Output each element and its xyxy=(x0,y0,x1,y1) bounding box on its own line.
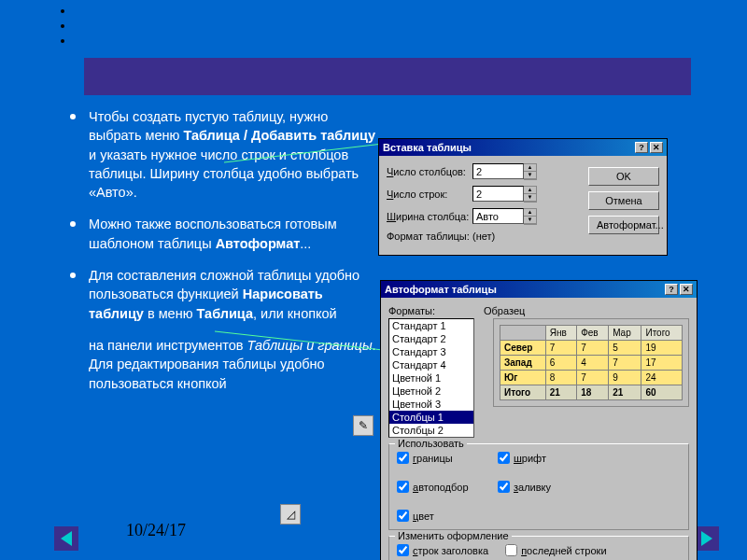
slide-title-band xyxy=(84,58,691,95)
autoformat-dialog: Автоформат таблицы ?✕ Форматы: Стандарт … xyxy=(380,280,698,560)
change-group-title: Изменить оформление xyxy=(395,530,512,541)
b3-a1: в меню xyxy=(144,306,197,321)
close-icon[interactable]: ✕ xyxy=(680,284,693,295)
use-check[interactable]: заливку xyxy=(498,481,582,493)
formats-label: Форматы: xyxy=(388,305,474,316)
insert-table-dialog: Вставка таблицы ?✕ Число столбцов: ▲▼ Чи… xyxy=(378,138,668,256)
cols-spinner[interactable]: ▲▼ xyxy=(524,163,537,180)
use-check[interactable]: шрифт xyxy=(498,452,582,464)
list-item[interactable]: Стандарт 4 xyxy=(389,358,473,371)
cols-label: Число столбцов: xyxy=(387,166,472,177)
help-icon[interactable]: ? xyxy=(665,284,678,295)
c-i1: Таблицы и границы xyxy=(247,338,373,353)
cols-input[interactable] xyxy=(472,163,524,179)
list-item[interactable]: Стандарт 3 xyxy=(389,345,473,358)
ok-button[interactable]: OK xyxy=(588,167,659,186)
dialog-title-text: Автоформат таблицы xyxy=(385,284,497,295)
use-group: Использовать границышрифтавтоподборзалив… xyxy=(388,443,689,530)
draw-table-icon[interactable]: ✎ xyxy=(353,415,374,436)
dialog-titlebar[interactable]: Автоформат таблицы ?✕ xyxy=(381,281,697,298)
slide-text: Чтобы создать пустую таблицу, нужно выбр… xyxy=(70,107,378,404)
format-label: Формат таблицы: xyxy=(387,231,472,242)
rows-spinner[interactable]: ▲▼ xyxy=(524,186,537,203)
autoformat-button[interactable]: Автоформат... xyxy=(588,216,659,234)
b1-b1: Таблица / Добавить таблицу xyxy=(183,128,375,143)
preview-table: ЯнвФевМарИтогоСевер77519Запад64717Юг8792… xyxy=(500,325,683,400)
b1-a1: и указать нужное число строк и столбцов … xyxy=(89,147,359,201)
list-item[interactable]: Цветной 1 xyxy=(389,371,473,385)
c-t1: на панели инструментов xyxy=(89,338,247,353)
use-check[interactable]: цвет xyxy=(397,510,481,522)
b2-a1: ... xyxy=(300,236,311,251)
list-item[interactable]: Стандарт 1 xyxy=(389,319,473,332)
dialog-titlebar[interactable]: Вставка таблицы ?✕ xyxy=(379,139,667,156)
use-check[interactable]: автоподбор xyxy=(397,481,481,493)
header-bullet-dots xyxy=(61,9,64,54)
list-item[interactable]: Цветной 3 xyxy=(389,398,473,411)
rows-input[interactable] xyxy=(472,186,524,202)
rows-label: Число строк: xyxy=(387,189,472,200)
slide-date: 10/24/17 xyxy=(126,521,186,540)
b3-b2: Таблица xyxy=(197,306,253,321)
b3-a2: , или кнопкой xyxy=(253,306,337,321)
width-label: Ширина столбца: xyxy=(387,211,472,222)
use-check[interactable]: границы xyxy=(397,452,481,464)
use-group-title: Использовать xyxy=(395,438,467,449)
change-group: Изменить оформление строк заголовкапосле… xyxy=(388,536,689,560)
cancel-button[interactable]: Отмена xyxy=(588,191,659,210)
format-value: (нет) xyxy=(472,231,495,242)
sample-preview: ЯнвФевМарИтогоСевер77519Запад64717Юг8792… xyxy=(493,318,689,407)
arrow-left-icon xyxy=(61,531,72,546)
arrow-right-icon xyxy=(701,531,712,546)
help-icon[interactable]: ? xyxy=(635,142,648,153)
prev-slide-button[interactable] xyxy=(54,526,78,551)
list-item[interactable]: Столбцы 1 xyxy=(389,411,473,424)
close-icon[interactable]: ✕ xyxy=(650,142,663,153)
list-item[interactable]: Цветной 2 xyxy=(389,385,473,398)
width-spinner[interactable]: ▲▼ xyxy=(524,208,537,225)
width-input[interactable] xyxy=(472,208,524,224)
b2-b1: Автоформат xyxy=(216,236,301,251)
list-item[interactable]: Столбцы 2 xyxy=(389,424,473,437)
list-item[interactable]: Стандарт 2 xyxy=(389,332,473,345)
dialog-title-text: Вставка таблицы xyxy=(383,142,472,153)
formats-listbox[interactable]: Стандарт 1Стандарт 2Стандарт 3Стандарт 4… xyxy=(388,318,474,438)
chg-check[interactable]: последней строки xyxy=(505,544,606,556)
eraser-icon[interactable]: ◿ xyxy=(280,504,301,525)
chg-check[interactable]: строк заголовка xyxy=(397,544,488,556)
next-slide-button[interactable] xyxy=(695,526,719,551)
sample-label: Образец xyxy=(484,305,689,316)
